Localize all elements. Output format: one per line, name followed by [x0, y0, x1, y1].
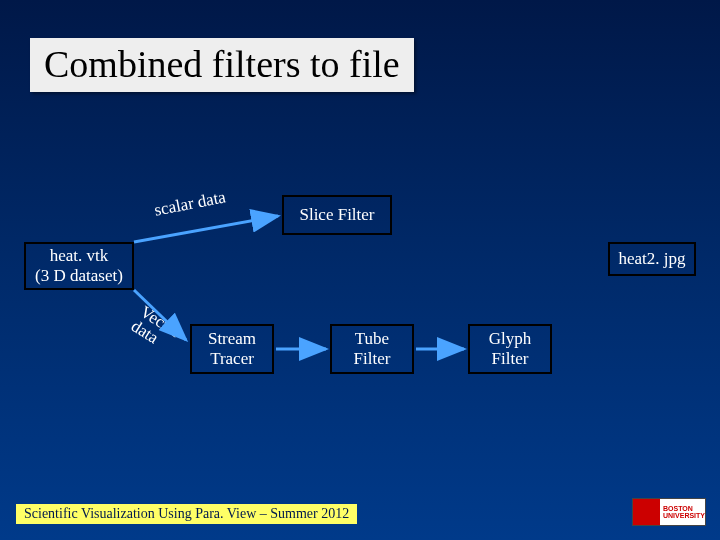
node-tube-label: Tube Filter — [354, 329, 391, 370]
node-output: heat2. jpg — [608, 242, 696, 276]
node-stream-tracer: Stream Tracer — [190, 324, 274, 374]
node-glyph-label: Glyph Filter — [489, 329, 532, 370]
edge-vector-label: Vector data — [128, 303, 184, 355]
node-slice-filter: Slice Filter — [282, 195, 392, 235]
edge-scalar-label: scalar data — [153, 187, 228, 220]
university-logo: BOSTON UNIVERSITY — [632, 498, 706, 526]
node-source: heat. vtk (3 D dataset) — [24, 242, 134, 290]
node-source-label: heat. vtk (3 D dataset) — [35, 246, 123, 287]
node-output-label: heat2. jpg — [618, 249, 685, 269]
node-stream-label: Stream Tracer — [208, 329, 256, 370]
slide-title: Combined filters to file — [30, 38, 414, 92]
footer-caption: Scientific Visualization Using Para. Vie… — [16, 504, 357, 524]
node-glyph-filter: Glyph Filter — [468, 324, 552, 374]
node-slice-label: Slice Filter — [299, 205, 374, 225]
node-tube-filter: Tube Filter — [330, 324, 414, 374]
logo-text: BOSTON UNIVERSITY — [663, 505, 705, 519]
